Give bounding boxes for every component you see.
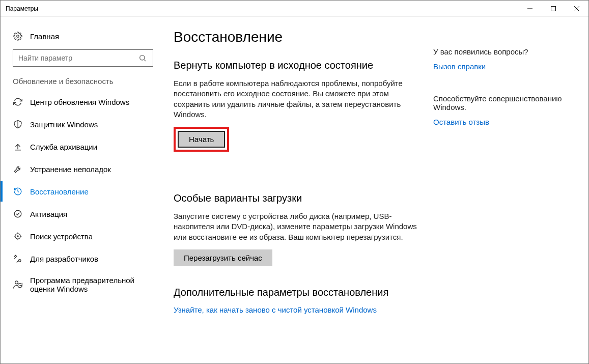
sidebar-item-label: Устранение неполадок (30, 165, 111, 174)
sidebar-item-backup[interactable]: Служба архивации (1, 135, 163, 158)
page-title: Восстановление (174, 29, 418, 45)
sidebar-item-label: Для разработчиков (30, 255, 98, 263)
svg-point-11 (17, 236, 18, 237)
locate-icon (13, 231, 23, 241)
sidebar: Главная Обновление и безопасность Центр … (1, 17, 163, 363)
sidebar-item-label: Центр обновления Windows (30, 98, 129, 106)
home-link[interactable]: Главная (1, 27, 163, 49)
shield-icon (13, 119, 23, 129)
more-recovery-heading: Дополнительные параметры восстановления (174, 287, 418, 298)
window-title: Параметры (6, 5, 38, 12)
feedback-title: Способствуйте совершенствованию Windows. (433, 94, 566, 111)
sidebar-item-activation[interactable]: Активация (1, 203, 163, 225)
restart-now-button[interactable]: Перезагрузить сейчас (174, 249, 272, 266)
sidebar-item-label: Служба архивации (30, 143, 97, 151)
help-link[interactable]: Вызов справки (433, 62, 566, 71)
main-area: Восстановление Вернуть компьютер в исход… (163, 17, 588, 363)
svg-point-10 (14, 210, 21, 217)
history-icon (13, 186, 23, 197)
advanced-boot-heading: Особые варианты загрузки (174, 192, 418, 204)
main-column: Восстановление Вернуть компьютер в исход… (174, 29, 418, 353)
sidebar-item-insider[interactable]: Программа предварительной оценки Windows (1, 270, 163, 299)
sidebar-item-windows-update[interactable]: Центр обновления Windows (1, 91, 163, 113)
questions-title: У вас появились вопросы? (433, 47, 566, 56)
sidebar-item-label: Программа предварительной оценки Windows (30, 276, 151, 293)
advanced-boot-section: Особые варианты загрузки Запустите систе… (174, 192, 418, 266)
gear-icon (13, 31, 23, 41)
sidebar-item-find-device[interactable]: Поиск устройства (1, 225, 163, 247)
highlight-annotation: Начать (174, 127, 229, 152)
sidebar-item-label: Защитник Windows (30, 120, 98, 129)
svg-rect-1 (551, 6, 556, 11)
sidebar-item-defender[interactable]: Защитник Windows (1, 113, 163, 135)
maximize-button[interactable] (542, 1, 565, 17)
svg-point-4 (17, 35, 19, 38)
reset-heading: Вернуть компьютер в исходное состояние (174, 60, 418, 71)
content-area: Главная Обновление и безопасность Центр … (1, 17, 588, 363)
home-label: Главная (30, 32, 59, 41)
section-label: Обновление и безопасность (1, 77, 163, 91)
window-controls (518, 1, 588, 17)
sync-icon (13, 97, 23, 107)
reset-section: Вернуть компьютер в исходное состояние Е… (174, 60, 418, 172)
sidebar-item-label: Активация (30, 210, 67, 218)
svg-line-6 (144, 60, 146, 61)
search-icon (137, 53, 148, 63)
questions-block: У вас появились вопросы? Вызов справки (433, 47, 566, 71)
sidebar-item-recovery[interactable]: Восстановление (1, 180, 163, 203)
aside-column: У вас появились вопросы? Вызов справки С… (433, 29, 566, 353)
clean-install-link[interactable]: Узнайте, как начать заново с чистой уста… (174, 305, 418, 314)
wrench-icon (13, 164, 23, 174)
nav-list: Центр обновления Windows Защитник Window… (1, 91, 163, 299)
minimize-button[interactable] (518, 1, 542, 17)
close-button[interactable] (565, 1, 588, 17)
reset-desc: Если в работе компьютера наблюдаются про… (174, 78, 418, 120)
settings-window: Параметры Главная (0, 0, 589, 364)
advanced-boot-desc: Запустите систему с устройства либо диск… (174, 211, 418, 242)
svg-point-19 (15, 281, 18, 284)
search-input[interactable] (18, 54, 137, 62)
tools-icon (13, 254, 23, 264)
sidebar-item-label: Восстановление (30, 187, 89, 196)
svg-point-5 (140, 55, 145, 60)
person-sync-icon (13, 279, 23, 290)
sidebar-item-troubleshoot[interactable]: Устранение неполадок (1, 158, 163, 180)
more-recovery-section: Дополнительные параметры восстановления … (174, 287, 418, 314)
svg-line-9 (18, 191, 19, 192)
sidebar-item-label: Поиск устройства (30, 232, 93, 241)
upload-icon (13, 142, 23, 152)
search-box[interactable] (13, 49, 153, 67)
check-circle-icon (13, 209, 23, 219)
reset-start-button[interactable]: Начать (178, 131, 225, 148)
sidebar-item-developers[interactable]: Для разработчиков (1, 247, 163, 270)
feedback-link[interactable]: Оставить отзыв (433, 118, 566, 126)
titlebar: Параметры (1, 1, 588, 17)
feedback-block: Способствуйте совершенствованию Windows.… (433, 94, 566, 126)
